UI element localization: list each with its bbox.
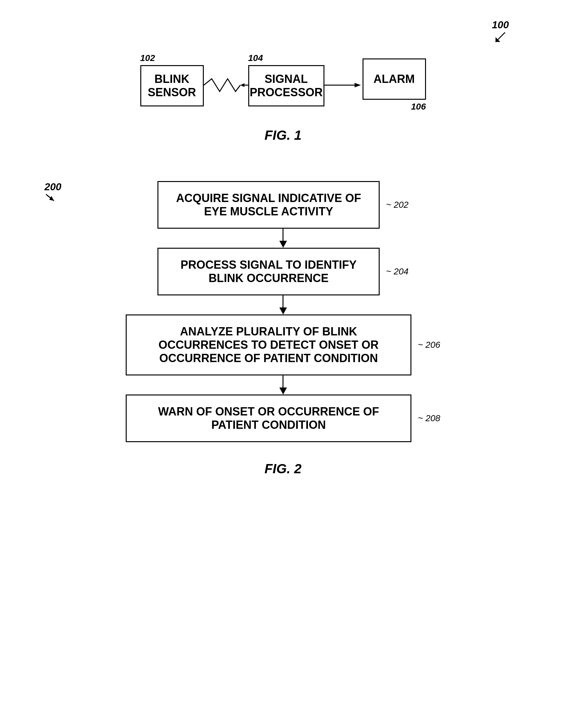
- fig2-caption: FIG. 2: [25, 461, 541, 476]
- down-arrow-3: [280, 375, 287, 394]
- flow-step-206: ANALYZE PLURALITY OF BLINKOCCURRENCES TO…: [25, 314, 541, 375]
- signal-processor-box: SIGNALPROCESSOR: [248, 65, 324, 106]
- blink-sensor-box: BLINKSENSOR: [140, 65, 204, 106]
- fig2-container: 200 ACQUIRE SIGNAL INDICATIVE OFEYE MUSC…: [25, 181, 541, 476]
- signal-processor-group: 104 SIGNALPROCESSOR: [248, 53, 324, 106]
- flow-ref-204: ~ 204: [386, 266, 408, 277]
- flow-step-202: ACQUIRE SIGNAL INDICATIVE OFEYE MUSCLE A…: [25, 181, 541, 229]
- fig1-diagram: 102 BLINKSENSOR 104 SIGNALPROCESSOR: [25, 48, 541, 112]
- flow-ref-208: ~ 208: [418, 413, 440, 423]
- signal-processor-label: SIGNALPROCESSOR: [250, 72, 322, 99]
- wave-arrow-group: [204, 76, 248, 95]
- blink-sensor-group: 102 BLINKSENSOR: [140, 53, 204, 106]
- fig1-ref-100: 100: [492, 19, 509, 45]
- ref-106-label: 106: [411, 102, 426, 112]
- svg-marker-2: [240, 83, 245, 87]
- alarm-box: ALARM: [362, 58, 426, 100]
- ref-102-label: 102: [140, 53, 155, 63]
- ref-100-label: 100: [492, 19, 509, 30]
- flow-box-208: WARN OF ONSET OR OCCURRENCE OFPATIENT CO…: [126, 394, 411, 442]
- flow-step-208: WARN OF ONSET OR OCCURRENCE OFPATIENT CO…: [25, 394, 541, 442]
- flow-box-202-text: ACQUIRE SIGNAL INDICATIVE OFEYE MUSCLE A…: [176, 192, 361, 218]
- page: 100 102 BLINKSENSOR: [0, 0, 566, 728]
- flow-step-204: PROCESS SIGNAL TO IDENTIFYBLINK OCCURREN…: [25, 248, 541, 295]
- flow-ref-202: ~ 202: [386, 200, 408, 210]
- blink-sensor-label: BLINKSENSOR: [148, 72, 196, 99]
- flow-ref-206: ~ 206: [418, 340, 440, 350]
- fig1-caption: FIG. 1: [25, 128, 541, 143]
- flow-box-208-text: WARN OF ONSET OR OCCURRENCE OFPATIENT CO…: [158, 405, 379, 431]
- down-arrow-1: [280, 229, 287, 248]
- wave-arrow-svg: [204, 76, 248, 95]
- ref-100-arrow: [494, 31, 507, 44]
- fig2-flowchart: ACQUIRE SIGNAL INDICATIVE OFEYE MUSCLE A…: [25, 181, 541, 442]
- flow-box-204-text: PROCESS SIGNAL TO IDENTIFYBLINK OCCURREN…: [181, 258, 357, 285]
- flow-box-202: ACQUIRE SIGNAL INDICATIVE OFEYE MUSCLE A…: [158, 181, 380, 229]
- ref-104-label: 104: [248, 53, 263, 63]
- alarm-label: ALARM: [374, 72, 415, 86]
- alarm-group: ALARM 106: [362, 48, 426, 112]
- fig1-container: 100 102 BLINKSENSOR: [25, 19, 541, 156]
- down-arrow-2: [280, 295, 287, 314]
- svg-marker-5: [354, 83, 361, 87]
- straight-arrow-group: [324, 80, 362, 90]
- flow-box-204: PROCESS SIGNAL TO IDENTIFYBLINK OCCURREN…: [158, 248, 380, 295]
- straight-arrow-svg: [324, 80, 362, 90]
- flow-box-206: ANALYZE PLURALITY OF BLINKOCCURRENCES TO…: [126, 314, 411, 375]
- flow-box-206-text: ANALYZE PLURALITY OF BLINKOCCURRENCES TO…: [158, 325, 378, 365]
